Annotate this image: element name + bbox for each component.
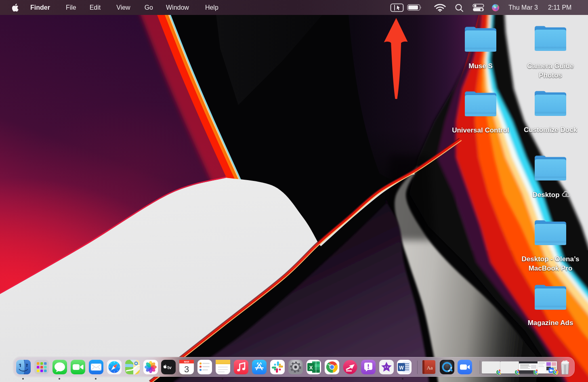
svg-text:3: 3 xyxy=(184,364,189,374)
svg-text:W: W xyxy=(399,365,404,371)
svg-text:Aa: Aa xyxy=(426,365,433,371)
svg-text:tv: tv xyxy=(168,365,172,370)
svg-text:MAR: MAR xyxy=(184,361,189,363)
svg-text:X: X xyxy=(309,365,313,371)
